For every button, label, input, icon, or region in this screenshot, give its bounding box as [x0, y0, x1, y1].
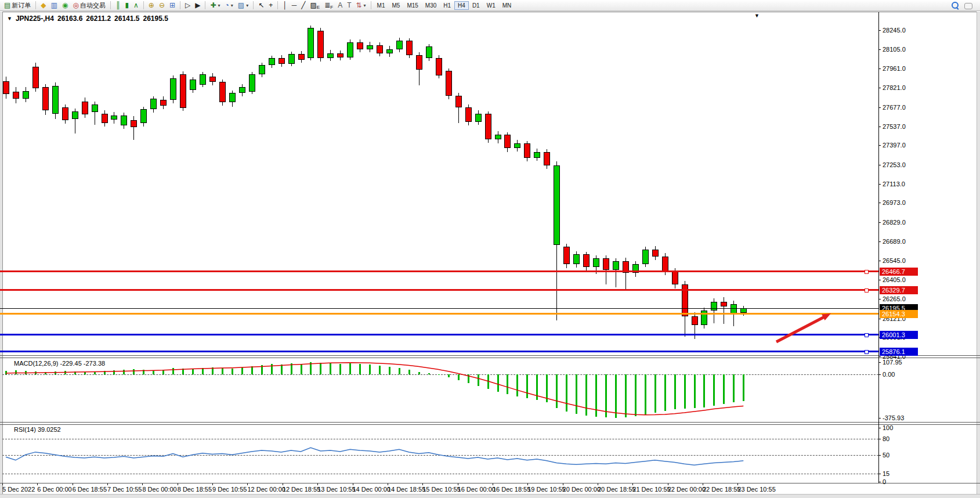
trendline-button[interactable]: ╱	[299, 0, 308, 11]
timeframe-w1[interactable]: W1	[483, 1, 499, 10]
macd-histogram-bar	[349, 363, 351, 374]
timeframe-m15[interactable]: M15	[403, 1, 421, 10]
level-line-26329.7[interactable]	[0, 289, 878, 291]
crosshair-button[interactable]: +	[266, 0, 275, 11]
level-line-25876.1[interactable]	[0, 351, 878, 352]
macd-histogram-bar	[45, 372, 46, 374]
candle	[416, 55, 422, 70]
macd-axis-label: -375.93	[883, 414, 904, 421]
fibonacci-button[interactable]: ≣F	[322, 0, 335, 11]
time-tick-label: 6 Dec 18:55	[73, 486, 107, 493]
tile-windows-button[interactable]: ⊞	[167, 0, 178, 11]
candle	[563, 247, 570, 264]
timeframe-mn[interactable]: MN	[499, 1, 515, 10]
zoom-in-button[interactable]: ⊕	[146, 0, 157, 11]
timeframe-h4[interactable]: H4	[454, 1, 469, 10]
rsi-label: RSI(14) 39.0252	[14, 426, 61, 433]
timeframe-h1[interactable]: H1	[440, 1, 454, 10]
separator-main-macd-2	[0, 358, 980, 358]
rsi-axis-tick	[878, 428, 881, 428]
candle	[367, 45, 373, 49]
bar-chart-icon: ║	[115, 1, 121, 10]
macd-histogram-bar	[536, 374, 538, 400]
macd-histogram-bar	[241, 367, 243, 374]
search-icon[interactable]	[952, 2, 959, 9]
charts-window-button[interactable]: ▥	[49, 0, 60, 11]
vertical-line-button[interactable]: │	[280, 0, 290, 11]
mt4-window: ▤新订单◆▥◉◎自动交易║▮∧⊕⊖⊞▷▶✚▾◔▾▨▾↖+│─╱▨E≣FAT⇅▾ …	[0, 0, 980, 498]
horizontal-line-button[interactable]: ─	[290, 0, 299, 11]
auto-scroll-button[interactable]: ▶	[193, 0, 202, 11]
level-line-26154.3[interactable]	[0, 313, 878, 315]
macd-histogram-bar	[507, 374, 508, 394]
level-line-handle[interactable]	[865, 270, 869, 274]
level-line-26001.3[interactable]	[0, 334, 878, 335]
timeframe-d1[interactable]: D1	[469, 1, 483, 10]
macd-histogram-bar	[556, 374, 558, 408]
level-line-handle[interactable]	[865, 288, 869, 293]
signal-button[interactable]: ◉	[60, 0, 70, 11]
level-line-handle[interactable]	[865, 350, 869, 354]
macd-histogram-bar	[566, 374, 567, 412]
time-tick-label: 21 Dec 10:55	[632, 486, 670, 493]
candle	[377, 45, 383, 53]
indicators-button[interactable]: ✚▾	[208, 0, 222, 11]
styles-button[interactable]: ◆	[38, 0, 48, 11]
cursor-button[interactable]: ↖	[256, 0, 266, 11]
periods-button[interactable]: ◔▾	[223, 0, 236, 11]
candle	[72, 111, 78, 119]
candle	[131, 120, 137, 127]
candle-chart-button[interactable]: ▮	[122, 0, 131, 11]
arrows-button[interactable]: ⇅▾	[354, 0, 368, 11]
price-tick	[878, 280, 881, 280]
macd-histogram-bar	[605, 374, 607, 417]
time-tick-label: 22 Dec 00:00	[668, 486, 706, 493]
candle	[357, 42, 363, 49]
rsi-axis-label: 80	[883, 435, 889, 442]
timeframe-m1[interactable]: M1	[374, 1, 389, 10]
templates-button[interactable]: ▨▾	[236, 0, 251, 11]
level-line-handle[interactable]	[865, 333, 869, 337]
timeframe-m30[interactable]: M30	[422, 1, 440, 10]
candle	[485, 114, 491, 139]
separator-main-macd[interactable]	[0, 355, 980, 356]
macd-histogram-bar	[625, 374, 627, 417]
new-order-button[interactable]: ▤新订单	[2, 0, 33, 11]
timeframe-m5[interactable]: M5	[388, 1, 403, 10]
candle	[603, 258, 609, 270]
text-button[interactable]: A	[335, 0, 345, 11]
macd-histogram-bar	[281, 365, 283, 374]
price-tick	[878, 261, 881, 261]
macd-histogram-bar	[389, 367, 390, 374]
candle	[396, 41, 403, 49]
scroll-to-end-marker[interactable]: ▼	[754, 13, 760, 19]
candle	[102, 114, 108, 123]
level-line-26195.5[interactable]	[0, 308, 878, 309]
chart-title[interactable]: ▼ JPN225-,H4 26163.6 26211.2 26141.5 261…	[7, 15, 168, 23]
candle	[642, 250, 649, 264]
timeframe-bar: M1M5M15M30H1H4D1W1MN	[374, 1, 515, 10]
candle	[82, 102, 88, 114]
candle	[23, 91, 29, 99]
level-line-26466.7[interactable]	[0, 270, 878, 272]
macd-histogram-bar	[64, 371, 66, 374]
macd-histogram-bar	[674, 374, 676, 409]
macd-signal-line	[6, 363, 743, 415]
text-label-button[interactable]: T	[345, 0, 353, 11]
separator-macd-rsi[interactable]	[0, 422, 980, 423]
rsi-axis-tick	[878, 482, 881, 482]
fibonacci-icon: ≣	[324, 1, 330, 10]
bar-chart-button[interactable]: ║	[113, 0, 123, 11]
toolbar-separator	[205, 1, 205, 9]
chat-icon[interactable]: 1	[964, 2, 974, 9]
line-chart-button[interactable]: ∧	[131, 0, 141, 11]
autotrade-button[interactable]: ◎自动交易	[70, 0, 107, 11]
toolbar-separator	[110, 1, 111, 9]
macd-zero-line	[2, 374, 878, 375]
chart-shift-button[interactable]: ▷	[183, 0, 193, 11]
rsi-axis-label: 50	[883, 452, 889, 459]
zoom-out-button[interactable]: ⊖	[157, 0, 167, 11]
equidistant-channel-button[interactable]: ▨E	[308, 0, 323, 11]
time-tick-label: 6 Dec 00:00	[37, 486, 71, 493]
price-badge: 26329.7	[880, 286, 918, 294]
